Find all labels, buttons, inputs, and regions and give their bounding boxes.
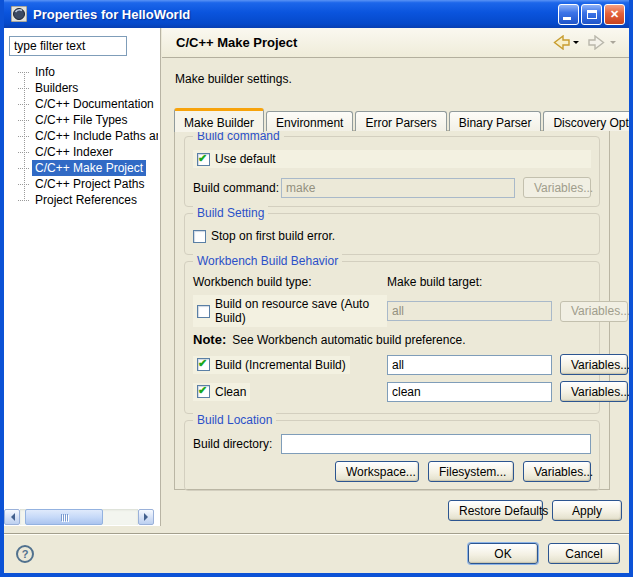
back-button[interactable] (548, 33, 582, 52)
workbench-group-title: Workbench Build Behavior (193, 254, 342, 268)
tab-environment[interactable]: Environment (266, 111, 353, 131)
properties-sidebar: Info Builders C/C++ Documentation C/C++ … (4, 28, 161, 526)
stop-on-error-label: Stop on first build error. (211, 229, 335, 243)
workbench-build-behavior-group: Workbench Build Behavior Workbench build… (184, 261, 600, 414)
window-title: Properties for HelloWorld (33, 7, 190, 22)
filesystem-button[interactable]: Filesystem... (428, 461, 514, 482)
build-location-group-title: Build Location (193, 413, 276, 427)
note-label: Note: (193, 332, 226, 347)
restore-defaults-button[interactable]: Restore Defaults (448, 500, 543, 521)
tree-item-cpp-documentation[interactable]: C/C++ Documentation (4, 96, 158, 112)
note-text: See Workbench automatic build preference… (232, 333, 465, 347)
minimize-button[interactable] (558, 4, 579, 25)
incremental-build-label: Build (Incremental Build) (215, 358, 346, 372)
use-default-label: Use default (215, 152, 276, 166)
incremental-build-row: Build (Incremental Build) (193, 356, 350, 374)
titlebar[interactable]: Properties for HelloWorld (4, 0, 629, 28)
tree-item-cpp-indexer[interactable]: C/C++ Indexer (4, 144, 158, 160)
page-description: Make builder settings. (175, 72, 629, 86)
build-location-group: Build Location Build directory: Workspac… (184, 420, 600, 491)
maximize-icon (587, 10, 597, 19)
auto-build-row: Build on resource save (Auto Build) (193, 295, 387, 327)
scroll-left-button[interactable] (4, 509, 20, 525)
page-title: C/C++ Make Project (176, 35, 297, 50)
scrollbar-thumb[interactable] (25, 509, 103, 525)
clean-checkbox[interactable] (197, 385, 210, 398)
sidebar-horizontal-scrollbar[interactable] (4, 509, 154, 525)
tree-item-cpp-project-paths[interactable]: C/C++ Project Paths (4, 176, 158, 192)
build-setting-group-title: Build Setting (193, 206, 268, 220)
build-command-variables-button: Variables... (523, 177, 591, 198)
tab-bar: Make Builder Environment Error Parsers B… (174, 107, 610, 131)
scrollbar-track[interactable] (20, 509, 138, 525)
make-build-target-label: Make build target: (387, 275, 482, 289)
minimize-icon (563, 17, 571, 20)
clean-variables-button[interactable]: Variables... (560, 381, 628, 402)
forward-button (585, 33, 619, 52)
tab-error-parsers[interactable]: Error Parsers (355, 111, 446, 131)
scroll-left-icon (7, 513, 15, 521)
properties-dialog: Properties for HelloWorld Info Builders … (0, 0, 633, 577)
build-setting-group: Build Setting Stop on first build error. (184, 213, 600, 255)
tab-discovery-options[interactable]: Discovery Options (543, 111, 633, 131)
tree-item-info[interactable]: Info (4, 64, 158, 80)
auto-build-checkbox[interactable] (197, 305, 210, 318)
clean-row: Clean (193, 383, 250, 401)
use-default-checkbox[interactable] (197, 153, 210, 166)
tree-item-project-references[interactable]: Project References (4, 192, 158, 208)
tab-make-builder[interactable]: Make Builder (174, 108, 264, 132)
clean-label: Clean (215, 385, 246, 399)
tree-item-cpp-include-paths[interactable]: C/C++ Include Paths and (4, 128, 158, 144)
properties-tree: Info Builders C/C++ Documentation C/C++ … (4, 64, 158, 208)
page-header: C/C++ Make Project (162, 28, 629, 58)
apply-button[interactable]: Apply (552, 500, 622, 521)
window-icon (11, 6, 27, 22)
tree-item-cpp-file-types[interactable]: C/C++ File Types (4, 112, 158, 128)
tree-item-cpp-make-project[interactable]: C/C++ Make Project (4, 160, 158, 176)
incremental-variables-button[interactable]: Variables... (560, 354, 628, 375)
workbench-build-type-label: Workbench build type: (193, 275, 387, 289)
forward-menu-caret-icon (610, 41, 616, 47)
use-default-row: Use default (193, 150, 591, 168)
tab-binary-parser[interactable]: Binary Parser (449, 111, 542, 131)
build-directory-input[interactable] (281, 434, 591, 454)
back-icon (551, 35, 570, 50)
cancel-button[interactable]: Cancel (548, 543, 620, 564)
location-variables-button[interactable]: Variables... (523, 461, 591, 482)
dialog-button-bar: OK Cancel (4, 533, 629, 573)
scroll-right-button[interactable] (138, 509, 154, 525)
incremental-build-checkbox[interactable] (197, 358, 210, 371)
stop-on-error-checkbox[interactable] (193, 230, 206, 243)
ok-button[interactable]: OK (468, 543, 538, 564)
forward-icon (588, 35, 607, 50)
build-command-label: Build command: (193, 181, 281, 195)
auto-build-target-input (387, 301, 552, 321)
clean-target-input[interactable] (387, 382, 552, 402)
properties-page: C/C++ Make Project (162, 28, 629, 533)
make-builder-panel: Build command Use default Build command:… (174, 130, 610, 490)
build-directory-label: Build directory: (193, 437, 281, 451)
help-button[interactable] (16, 545, 34, 563)
note-row: Note:See Workbench automatic build prefe… (193, 332, 591, 347)
scroll-right-icon (144, 513, 152, 521)
auto-build-label: Build on resource save (Auto Build) (215, 297, 383, 325)
workspace-button[interactable]: Workspace... (335, 461, 419, 482)
close-button[interactable] (604, 4, 625, 25)
back-menu-caret-icon (573, 41, 579, 47)
incremental-target-input[interactable] (387, 355, 552, 375)
build-command-group: Build command Use default Build command:… (184, 136, 600, 207)
auto-build-variables-button: Variables... (560, 301, 628, 322)
filter-input[interactable] (9, 36, 127, 56)
tree-item-builders[interactable]: Builders (4, 80, 158, 96)
maximize-button[interactable] (581, 4, 602, 25)
build-command-input (281, 178, 515, 198)
